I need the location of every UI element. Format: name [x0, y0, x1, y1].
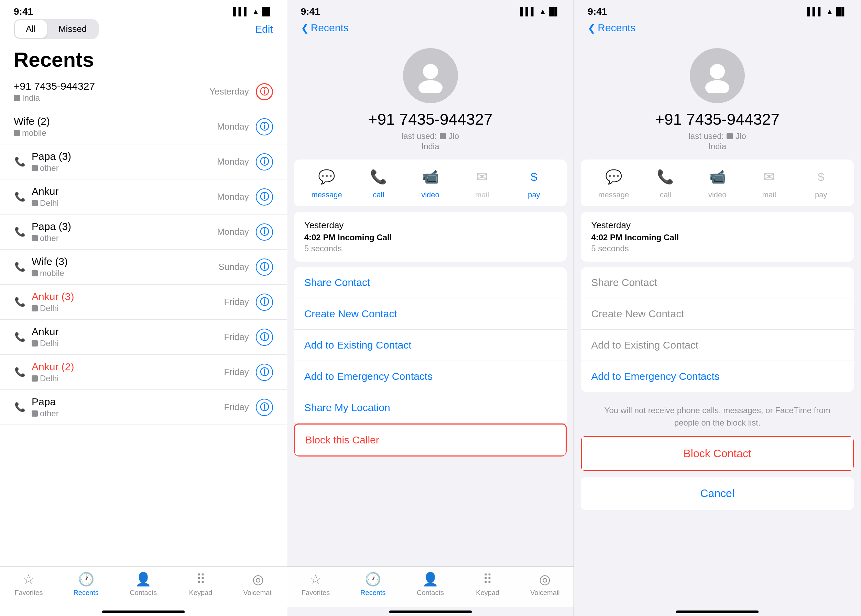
call-icon-mid: 📞 [365, 167, 392, 187]
nav-back-right[interactable]: ❮ Recents [588, 22, 636, 34]
phone-icon-8: 📞 [14, 367, 26, 377]
nav-edit[interactable]: Edit [255, 24, 273, 35]
signal-icon: ▌▌▌ [233, 7, 249, 16]
call-right-4: Monday ⓘ [217, 223, 273, 240]
wifi-icon-right: ▲ [826, 7, 834, 16]
seg-missed[interactable]: Missed [47, 20, 98, 38]
status-bar-right: 9:41 ▌▌▌ ▲ █▌ [574, 0, 861, 19]
call-sub-1: mobile [14, 128, 211, 138]
call-sub-6: Delhi [31, 303, 218, 313]
call-info-9: Papa other [31, 396, 218, 418]
action-mail-right: ✉ mail [743, 167, 795, 200]
history-duration-right: 5 seconds [591, 244, 844, 253]
back-label-right: Recents [598, 22, 636, 34]
back-label-mid: Recents [311, 22, 349, 34]
call-item-2[interactable]: 📞 Papa (3) other Monday ⓘ [0, 145, 287, 179]
wifi-icon: ▲ [252, 7, 260, 16]
info-btn-0[interactable]: ⓘ [256, 83, 273, 101]
tab-keypad-left[interactable]: ⠿ Keypad [172, 572, 229, 597]
call-item-4[interactable]: 📞 Papa (3) other Monday ⓘ [0, 215, 287, 250]
action-call-mid[interactable]: 📞 call [353, 167, 405, 200]
info-btn-7[interactable]: ⓘ [256, 328, 273, 346]
call-item-0[interactable]: +91 7435-944327 India Yesterday ⓘ [0, 74, 287, 109]
option-add-emergency-mid[interactable]: Add to Emergency Contacts [294, 361, 567, 392]
contact-detail-panel: 9:41 ▌▌▌ ▲ █▌ ❮ Recents +91 7435-944327 … [287, 0, 574, 616]
tab-bar-left: ☆ Favorites 🕐 Recents 👤 Contacts ⠿ Keypa… [0, 567, 287, 607]
call-sub-9: other [31, 409, 218, 418]
action-pay-mid[interactable]: $ pay [508, 167, 560, 200]
call-name-5: Wife (3) [31, 256, 213, 267]
info-btn-5[interactable]: ⓘ [256, 259, 273, 276]
info-btn-1[interactable]: ⓘ [256, 118, 273, 135]
tab-contacts-mid[interactable]: 👤 Contacts [401, 572, 459, 597]
tab-recents-left[interactable]: 🕐 Recents [57, 572, 115, 597]
block-info-text: You will not receive phone calls, messag… [604, 405, 830, 427]
option-share-contact-mid[interactable]: Share Contact [294, 267, 567, 299]
option-share-location-mid[interactable]: Share My Location [294, 392, 567, 423]
action-call-right: 📞 call [639, 167, 691, 200]
call-sub-8: Delhi [31, 374, 218, 383]
option-create-contact-mid[interactable]: Create New Contact [294, 299, 567, 330]
call-sub-7: Delhi [31, 339, 218, 348]
tab-keypad-mid[interactable]: ⠿ Keypad [459, 572, 516, 597]
call-name-2: Papa (3) [31, 151, 211, 162]
info-btn-2[interactable]: ⓘ [256, 153, 273, 171]
tab-voicemail-left[interactable]: ◎ Voicemail [229, 572, 287, 597]
call-label-mid: call [373, 190, 384, 200]
phone-icon-6: 📞 [14, 297, 26, 307]
option-add-emergency-right[interactable]: Add to Emergency Contacts [581, 361, 854, 392]
info-btn-6[interactable]: ⓘ [256, 294, 273, 311]
call-item-1[interactable]: Wife (2) mobile Monday ⓘ [0, 109, 287, 145]
action-message-mid[interactable]: 💬 message [301, 167, 353, 200]
call-time-1: Monday [217, 121, 249, 132]
options-list-mid: Share Contact Create New Contact Add to … [294, 267, 567, 457]
recents-title: Recents [0, 44, 287, 74]
action-pay-right: $ pay [795, 167, 847, 200]
recents-icon-left: 🕐 [78, 572, 94, 587]
contact-sub-right: last used: Jio [688, 131, 746, 141]
back-chevron-mid: ❮ [301, 22, 309, 34]
keypad-label-mid: Keypad [476, 589, 499, 597]
tab-favorites-left[interactable]: ☆ Favorites [0, 572, 57, 597]
info-btn-9[interactable]: ⓘ [256, 399, 273, 416]
carrier-icon-0 [14, 95, 20, 101]
message-icon-right: 💬 [600, 167, 628, 187]
info-btn-8[interactable]: ⓘ [256, 364, 273, 381]
pay-icon-right: $ [807, 167, 835, 187]
call-item-6[interactable]: 📞 Ankur (3) Delhi Friday ⓘ [0, 284, 287, 320]
call-info-5: Wife (3) mobile [31, 256, 213, 278]
carrier-icon-1 [14, 130, 20, 136]
call-sub-5: mobile [31, 269, 213, 278]
tab-favorites-mid[interactable]: ☆ Favorites [287, 572, 345, 597]
tab-recents-mid[interactable]: 🕐 Recents [344, 572, 401, 597]
tab-voicemail-mid[interactable]: ◎ Voicemail [516, 572, 574, 597]
pay-label-mid: pay [528, 190, 540, 200]
call-item-9[interactable]: 📞 Papa other Friday ⓘ [0, 390, 287, 425]
video-label-right: video [708, 190, 727, 200]
contact-number-right: +91 7435-944327 [655, 110, 779, 129]
call-info-3: Ankur Delhi [31, 185, 211, 208]
back-chevron-right: ❮ [588, 22, 595, 34]
call-item-8[interactable]: 📞 Ankur (2) Delhi Friday ⓘ [0, 355, 287, 390]
nav-back-mid[interactable]: ❮ Recents [301, 22, 349, 34]
block-contact-btn[interactable]: Block Contact [581, 436, 854, 471]
info-btn-4[interactable]: ⓘ [256, 223, 273, 240]
option-add-existing-mid[interactable]: Add to Existing Contact [294, 330, 567, 361]
carrier-name-right: Jio [735, 131, 746, 141]
option-block-caller-mid[interactable]: Block this Caller [294, 423, 567, 457]
video-icon-right: 📹 [704, 167, 731, 187]
action-mail-mid[interactable]: ✉ mail [456, 167, 508, 200]
keypad-label-left: Keypad [189, 589, 212, 597]
cancel-btn[interactable]: Cancel [581, 477, 854, 510]
call-item-5[interactable]: 📞 Wife (3) mobile Sunday ⓘ [0, 250, 287, 284]
mail-label-mid: mail [475, 190, 489, 200]
info-btn-3[interactable]: ⓘ [256, 189, 273, 206]
call-item-3[interactable]: 📞 Ankur Delhi Monday ⓘ [0, 179, 287, 215]
call-item-7[interactable]: 📞 Ankur Delhi Friday ⓘ [0, 320, 287, 355]
tab-contacts-left[interactable]: 👤 Contacts [115, 572, 172, 597]
contacts-icon-left: 👤 [135, 572, 151, 587]
call-time-6: Friday [224, 297, 249, 307]
seg-all[interactable]: All [15, 20, 47, 38]
call-info-4: Papa (3) other [31, 221, 211, 243]
action-video-mid[interactable]: 📹 video [405, 167, 456, 200]
